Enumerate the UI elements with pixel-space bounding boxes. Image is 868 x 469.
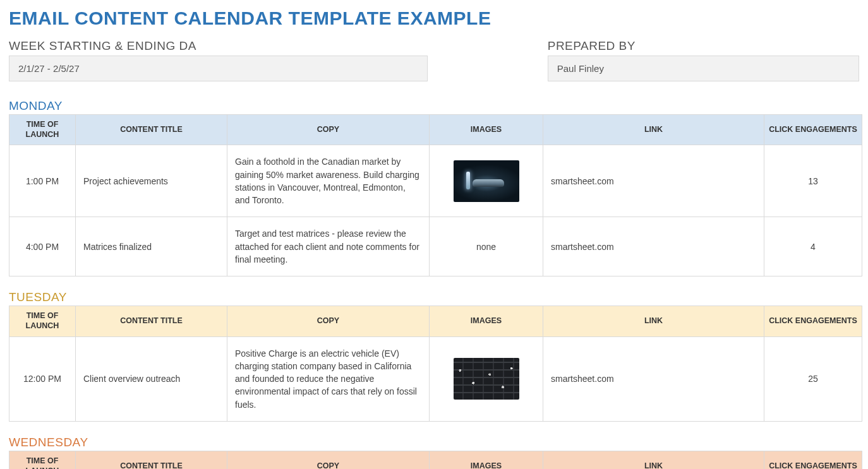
- cell-images: [430, 145, 543, 217]
- prepared-by-input[interactable]: [548, 56, 859, 81]
- table-row: 1:00 PM Project achievements Gain a foot…: [9, 145, 862, 217]
- week-label: WEEK STARTING & ENDING DA: [9, 39, 428, 53]
- col-title: CONTENT TITLE: [76, 115, 227, 145]
- col-link: LINK: [543, 306, 764, 336]
- col-images: IMAGES: [430, 306, 543, 336]
- col-copy: COPY: [227, 306, 430, 336]
- col-link: LINK: [543, 115, 764, 145]
- cell-link: smartsheet.com: [543, 145, 764, 217]
- prepared-by-field: PREPARED BY: [548, 39, 859, 81]
- col-title: CONTENT TITLE: [76, 451, 227, 469]
- tuesday-section: TUESDAY TIME OF LAUNCH CONTENT TITLE COP…: [9, 290, 859, 422]
- col-clicks: CLICK ENGAGEMENTS: [764, 306, 862, 336]
- col-title: CONTENT TITLE: [76, 306, 227, 336]
- tuesday-heading: TUESDAY: [9, 290, 859, 304]
- wednesday-heading: WEDNESDAY: [9, 436, 859, 449]
- cell-copy: Target and test matrices - please review…: [227, 217, 430, 276]
- col-copy: COPY: [227, 115, 430, 145]
- table-header-row: TIME OF LAUNCH CONTENT TITLE COPY IMAGES…: [9, 306, 862, 336]
- monday-table: TIME OF LAUNCH CONTENT TITLE COPY IMAGES…: [9, 114, 862, 276]
- tuesday-table: TIME OF LAUNCH CONTENT TITLE COPY IMAGES…: [9, 306, 862, 422]
- table-row: 4:00 PM Matrices finalized Target and te…: [9, 217, 862, 276]
- cell-time: 12:00 PM: [9, 336, 76, 421]
- wednesday-table: TIME OF LAUNCH CONTENT TITLE COPY IMAGES…: [9, 451, 862, 469]
- table-row: 12:00 PM Client overview outreach Positi…: [9, 336, 862, 421]
- col-clicks: CLICK ENGAGEMENTS: [764, 115, 862, 145]
- meta-row: WEEK STARTING & ENDING DA PREPARED BY: [9, 39, 859, 81]
- cell-title: Project achievements: [76, 145, 227, 217]
- col-link: LINK: [543, 451, 764, 469]
- col-clicks: CLICK ENGAGEMENTS: [764, 451, 862, 469]
- cell-link: smartsheet.com: [543, 217, 764, 276]
- table-header-row: TIME OF LAUNCH CONTENT TITLE COPY IMAGES…: [9, 115, 862, 145]
- col-copy: COPY: [227, 451, 430, 469]
- cell-clicks: 25: [764, 336, 862, 421]
- col-time: TIME OF LAUNCH: [9, 306, 76, 336]
- week-input[interactable]: [9, 56, 428, 81]
- cell-images: [430, 336, 543, 421]
- ev-charging-image: [454, 160, 519, 202]
- cell-title: Matrices finalized: [76, 217, 227, 276]
- col-time: TIME OF LAUNCH: [9, 451, 76, 469]
- cell-title: Client overview outreach: [76, 336, 227, 421]
- cell-copy: Gain a foothold in the Canadian market b…: [227, 145, 430, 217]
- cell-clicks: 4: [764, 217, 862, 276]
- cell-clicks: 13: [764, 145, 862, 217]
- prepared-by-label: PREPARED BY: [548, 39, 859, 53]
- monday-heading: MONDAY: [9, 99, 859, 113]
- cell-time: 4:00 PM: [9, 217, 76, 276]
- cell-images: none: [430, 217, 543, 276]
- cell-link: smartsheet.com: [543, 336, 764, 421]
- table-header-row: TIME OF LAUNCH CONTENT TITLE COPY IMAGES…: [9, 451, 862, 469]
- col-time: TIME OF LAUNCH: [9, 115, 76, 145]
- col-images: IMAGES: [430, 451, 543, 469]
- page-title: EMAIL CONTENT CALENDAR TEMPLATE EXAMPLE: [9, 8, 859, 29]
- cell-time: 1:00 PM: [9, 145, 76, 217]
- week-field: WEEK STARTING & ENDING DA: [9, 39, 428, 81]
- monday-section: MONDAY TIME OF LAUNCH CONTENT TITLE COPY…: [9, 99, 859, 276]
- wednesday-section: WEDNESDAY TIME OF LAUNCH CONTENT TITLE C…: [9, 436, 859, 469]
- cell-copy: Positive Charge is an electric vehicle (…: [227, 336, 430, 421]
- traffic-jam-image: [454, 358, 519, 400]
- col-images: IMAGES: [430, 115, 543, 145]
